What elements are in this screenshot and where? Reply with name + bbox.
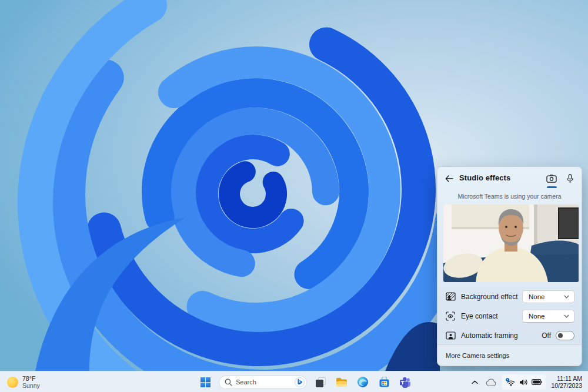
background-effect-icon [446,292,456,301]
arrow-left-icon [445,175,453,182]
eye-contact-label: Eye contact [461,312,522,320]
background-effect-row: Background effect None [446,287,574,306]
microphone-icon [567,174,573,183]
file-explorer-icon [336,377,348,387]
taskbar: 78°F Sunny [0,371,588,392]
search-input[interactable] [236,378,295,386]
show-hidden-icons-button[interactable] [469,374,480,390]
automatic-framing-row: Automatic framing Off [446,326,574,345]
search-icon [225,378,232,386]
battery-icon [532,379,542,385]
eye-contact-value: None [529,313,564,320]
microsoft-store-icon [379,377,390,388]
weather-condition: Sunny [22,382,40,389]
tray-time: 11:11 AM [557,375,582,383]
flyout-header: Studio effects [437,167,582,189]
system-tray: 11:11 AM 10/27/2023 [469,371,587,392]
task-view-icon [315,377,326,388]
camera-usage-caption: Microsoft Teams is using your camera [437,193,582,200]
speaker-icon [519,378,528,386]
search-box[interactable] [219,376,307,389]
weather-temperature: 78°F [22,375,40,382]
toggle-knob [558,333,563,338]
weather-text: 78°F Sunny [22,375,40,389]
eye-contact-row: Eye contact None [446,306,574,326]
flyout-footer: More Camera settings [437,344,582,366]
eye-contact-icon [446,311,456,321]
automatic-framing-control: Off [542,331,574,340]
microsoft-store-button[interactable] [376,374,392,390]
windows-logo-icon [201,377,211,387]
automatic-framing-label: Automatic framing [461,331,542,340]
more-camera-settings-link[interactable]: More Camera settings [446,352,509,359]
microphone-tab[interactable] [562,171,578,186]
background-effect-dropdown[interactable]: None [522,290,574,303]
background-effect-label: Background effect [461,293,522,301]
cloud-icon [486,378,497,386]
wifi-icon [506,378,516,386]
microsoft-edge-button[interactable] [355,374,370,390]
camera-preview [443,205,579,282]
quick-settings-button[interactable] [502,374,546,390]
weather-widget[interactable]: 78°F Sunny [2,371,45,392]
automatic-framing-icon [446,330,456,340]
sun-icon [7,377,18,388]
active-tab-indicator [547,186,557,188]
automatic-framing-toggle[interactable] [556,331,574,340]
camera-preview-image [443,205,579,282]
microsoft-teams-icon [399,377,411,388]
onedrive-button[interactable] [483,374,499,390]
start-button[interactable] [198,374,213,390]
studio-effects-flyout: Studio effects Microsoft Teams is using … [437,166,582,366]
task-view-button[interactable] [313,374,328,390]
clock[interactable]: 11:11 AM 10/27/2023 [549,375,587,390]
camera-tab[interactable] [543,171,560,186]
file-explorer-button[interactable] [334,374,349,390]
microsoft-teams-button[interactable] [397,374,413,390]
windows-desktop: Studio effects Microsoft Teams is using … [0,0,588,392]
chevron-up-icon [472,380,478,384]
chevron-down-icon [564,314,569,318]
chevron-down-icon [564,295,569,299]
microsoft-edge-icon [357,376,369,388]
bing-icon [295,377,305,387]
background-effect-value: None [529,293,564,300]
tray-date: 10/27/2023 [551,382,582,390]
toggle-state-label: Off [542,331,551,340]
camera-icon [546,175,557,183]
flyout-title: Studio effects [459,173,510,182]
taskbar-center [198,371,413,392]
back-button[interactable] [442,172,456,186]
eye-contact-dropdown[interactable]: None [522,310,574,323]
